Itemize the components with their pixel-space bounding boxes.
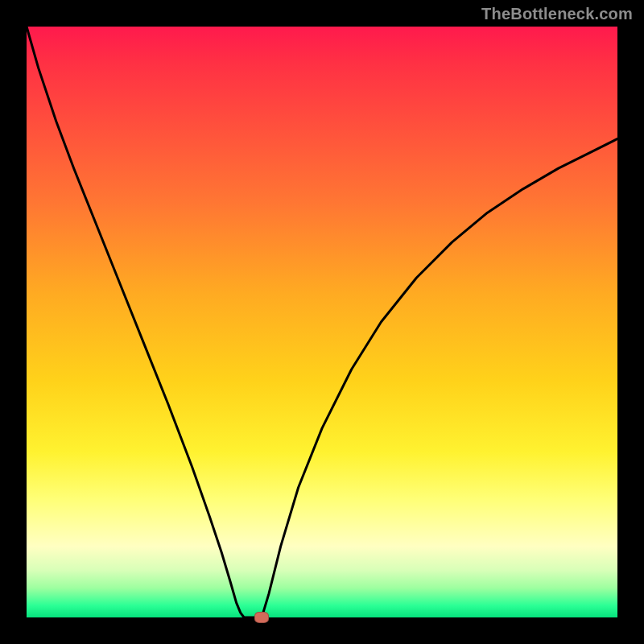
watermark-text: TheBottleneck.com [481, 5, 633, 23]
bottleneck-curve [27, 27, 617, 617]
curve-path [27, 27, 617, 617]
optimal-point-marker [254, 612, 269, 623]
outer-frame: TheBottleneck.com [0, 0, 644, 644]
